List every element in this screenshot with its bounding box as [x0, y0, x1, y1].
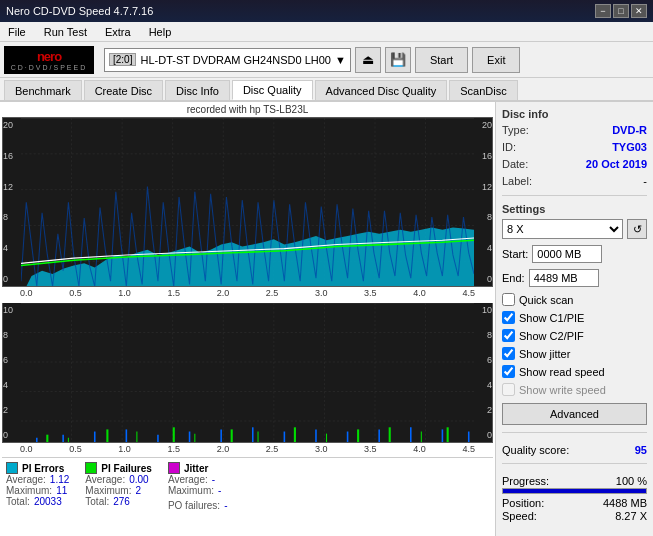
pi-failures-avg-value: 0.00	[129, 474, 148, 485]
pi-errors-max-value: 11	[56, 485, 67, 496]
pi-failures-color	[85, 462, 97, 474]
quality-score-row: Quality score: 95	[502, 444, 647, 456]
exit-button[interactable]: Exit	[472, 47, 520, 73]
pi-errors-total-label: Total:	[6, 496, 30, 507]
position-value: 4488 MB	[603, 497, 647, 509]
main-content: recorded with hp TS-LB23L 201612840 2016…	[0, 102, 653, 536]
speed-label: Speed:	[502, 510, 537, 522]
tab-create-disc[interactable]: Create Disc	[84, 80, 163, 100]
advanced-button[interactable]: Advanced	[502, 403, 647, 425]
tab-disc-info[interactable]: Disc Info	[165, 80, 230, 100]
y-axis-left-top: 201612840	[3, 118, 21, 286]
tab-disc-quality[interactable]: Disc Quality	[232, 80, 313, 100]
show-write-speed-label: Show write speed	[519, 384, 606, 396]
divider-3	[502, 463, 647, 464]
dropdown-arrow-icon: ▼	[335, 54, 346, 66]
quick-scan-row: Quick scan	[502, 293, 647, 306]
pi-failures-label: PI Failures	[101, 463, 152, 474]
tab-benchmark[interactable]: Benchmark	[4, 80, 82, 100]
pie-chart-svg	[21, 118, 474, 287]
menubar: File Run Test Extra Help	[0, 22, 653, 42]
disc-type-value: DVD-R	[612, 124, 647, 136]
pi-failures-total-label: Total:	[85, 496, 109, 507]
po-failures-label: PO failures:	[168, 500, 220, 511]
eject-button[interactable]: ⏏	[355, 47, 381, 73]
nero-logo: nero CD·DVD/SPEED	[4, 46, 94, 74]
menu-extra[interactable]: Extra	[101, 24, 135, 40]
show-c2pif-checkbox[interactable]	[502, 329, 515, 342]
pi-errors-total-value: 20033	[34, 496, 62, 507]
show-c1pie-checkbox[interactable]	[502, 311, 515, 324]
close-button[interactable]: ✕	[631, 4, 647, 18]
y-axis-right-top: 201612840	[474, 118, 492, 286]
progress-row: Progress: 100 %	[502, 475, 647, 487]
end-label: End:	[502, 272, 525, 284]
nero-logo-sub: CD·DVD/SPEED	[11, 64, 88, 71]
show-write-speed-checkbox[interactable]	[502, 383, 515, 396]
toolbar: nero CD·DVD/SPEED [2:0] HL-DT-ST DVDRAM …	[0, 42, 653, 78]
po-failures-value: -	[224, 500, 227, 511]
jitter-avg-value: -	[212, 474, 215, 485]
disc-id-value: TYG03	[612, 141, 647, 153]
show-read-speed-checkbox[interactable]	[502, 365, 515, 378]
minimize-button[interactable]: −	[595, 4, 611, 18]
quick-scan-label: Quick scan	[519, 294, 573, 306]
menu-file[interactable]: File	[4, 24, 30, 40]
pie-chart: 201612840 201612840	[2, 117, 493, 287]
start-button[interactable]: Start	[415, 47, 468, 73]
quality-score-value: 95	[635, 444, 647, 456]
progress-value: 100 %	[616, 475, 647, 487]
jitter-max-value: -	[218, 485, 221, 496]
menu-help[interactable]: Help	[145, 24, 176, 40]
show-c1pie-row: Show C1/PIE	[502, 311, 647, 324]
settings-title: Settings	[502, 203, 647, 215]
chart-area: recorded with hp TS-LB23L 201612840 2016…	[0, 102, 495, 536]
start-label: Start:	[502, 248, 528, 260]
end-input[interactable]	[529, 269, 599, 287]
progress-label: Progress:	[502, 475, 549, 487]
quality-score-label: Quality score:	[502, 444, 569, 456]
show-read-speed-label: Show read speed	[519, 366, 605, 378]
right-panel: Disc info Type: DVD-R ID: TYG03 Date: 20…	[495, 102, 653, 536]
end-row: End:	[502, 269, 647, 287]
disc-label-label: Label:	[502, 175, 532, 187]
jitter-label: Jitter	[184, 463, 208, 474]
disc-type-label: Type:	[502, 124, 529, 136]
tab-scan-disc[interactable]: ScanDisc	[449, 80, 517, 100]
show-c2pif-label: Show C2/PIF	[519, 330, 584, 342]
menu-run-test[interactable]: Run Test	[40, 24, 91, 40]
disc-label-value: -	[643, 175, 647, 187]
start-input[interactable]	[532, 245, 602, 263]
show-jitter-label: Show jitter	[519, 348, 570, 360]
jitter-max-label: Maximum:	[168, 485, 214, 496]
show-jitter-checkbox[interactable]	[502, 347, 515, 360]
jitter-avg-label: Average:	[168, 474, 208, 485]
pi-failures-avg-label: Average:	[85, 474, 125, 485]
x-axis-bottom: 0.00.51.01.52.02.53.03.54.04.5	[2, 443, 493, 455]
disc-info-title: Disc info	[502, 108, 647, 120]
progress-bar-fill	[503, 489, 646, 493]
legend-pi-errors: PI Errors Average: 1.12 Maximum: 11 Tota…	[6, 462, 69, 511]
position-row: Position: 4488 MB	[502, 497, 647, 509]
progress-bar	[502, 488, 647, 494]
titlebar: Nero CD-DVD Speed 4.7.7.16 − □ ✕	[0, 0, 653, 22]
maximize-button[interactable]: □	[613, 4, 629, 18]
show-jitter-row: Show jitter	[502, 347, 647, 360]
disc-label-row: Label: -	[502, 175, 647, 187]
disc-date-value: 20 Oct 2019	[586, 158, 647, 170]
drive-selector[interactable]: [2:0] HL-DT-ST DVDRAM GH24NSD0 LH00 ▼	[104, 48, 351, 72]
pif-chart: 1086420 1086420	[2, 303, 493, 443]
refresh-button[interactable]: ↺	[627, 219, 647, 239]
speed-select[interactable]: 8 X 4 X 16 X Max	[502, 219, 623, 239]
quick-scan-checkbox[interactable]	[502, 293, 515, 306]
legend-jitter: Jitter Average: - Maximum: - PO failures…	[168, 462, 228, 511]
pi-errors-label: PI Errors	[22, 463, 64, 474]
save-button[interactable]: 💾	[385, 47, 411, 73]
show-c2pif-row: Show C2/PIF	[502, 329, 647, 342]
legend: PI Errors Average: 1.12 Maximum: 11 Tota…	[2, 457, 493, 515]
speed-setting-row: 8 X 4 X 16 X Max ↺	[502, 219, 647, 239]
tab-advanced-disc-quality[interactable]: Advanced Disc Quality	[315, 80, 448, 100]
speed-value: 8.27 X	[615, 510, 647, 522]
pif-chart-svg	[21, 303, 474, 443]
jitter-color	[168, 462, 180, 474]
